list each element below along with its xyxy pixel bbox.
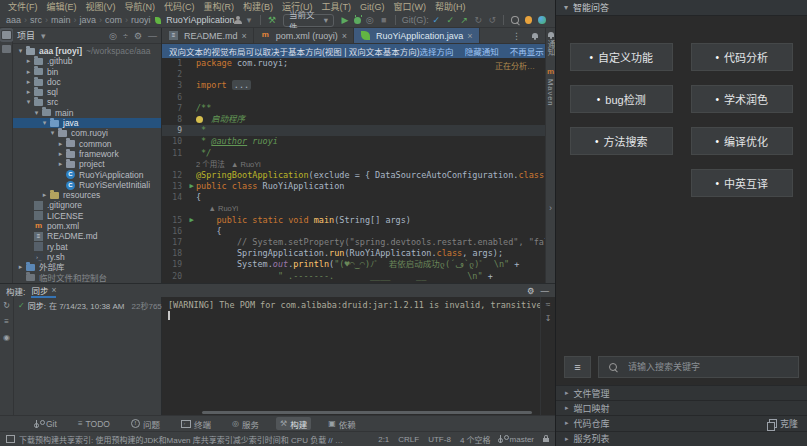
code-line[interactable]: 14{ [162, 192, 545, 203]
status-message[interactable]: 下载预构建共享索引: 使用预构建的JDK和Maven 库共享索引减少索引时间和 … [19, 434, 349, 445]
git-history-button[interactable]: ↻ [473, 15, 483, 25]
ai-search-input[interactable] [626, 361, 791, 373]
expand-panel-chevron[interactable]: › [549, 203, 552, 213]
tree-row[interactable]: ▾aaa [ruoyi]~/workspace/aaa [13, 46, 161, 56]
maven-toolwindow-tab[interactable]: Maven [546, 79, 555, 107]
user-dropdown-icon[interactable]: ▾ [244, 15, 254, 25]
breadcrumb-item[interactable]: com [105, 15, 122, 25]
breadcrumb-item[interactable]: src [30, 15, 42, 25]
ai-action-button[interactable]: •自定义功能 [570, 43, 673, 71]
menu-item[interactable]: 构建(B) [243, 0, 273, 13]
ai-search-box[interactable] [598, 356, 799, 378]
project-title[interactable]: 项目 [17, 29, 35, 42]
project-toolwindow-icon[interactable] [2, 31, 11, 39]
ai-action-button[interactable]: •编译优化 [691, 127, 794, 155]
tree-row[interactable]: .gitignore [13, 200, 161, 210]
code-line[interactable]: ▲ RuoYi [162, 203, 545, 214]
tree-row[interactable]: ▸framework [13, 149, 161, 159]
code-line[interactable]: 19 System.out.println("(♥◠‿◠)ﾉﾞ 若依启动成功ლ(… [162, 259, 545, 270]
tree-row[interactable]: README.md [13, 231, 161, 241]
menu-item[interactable]: 视图(V) [86, 0, 116, 13]
ai-action-button[interactable]: •方法搜索 [570, 127, 673, 155]
panel-settings-icon[interactable]: ⚙ [134, 31, 142, 41]
scroll-to-end-icon[interactable]: ↧ [545, 314, 552, 323]
code-line[interactable]: 18 SpringApplication.run(RuoYiApplicatio… [162, 248, 545, 259]
menu-item[interactable]: 编辑(E) [47, 0, 77, 13]
code-line[interactable]: 1package com.ruoyi; [162, 58, 545, 69]
tree-row[interactable]: ▸common [13, 139, 161, 149]
editor-tab[interactable]: README.md× [162, 28, 254, 43]
git-update-button[interactable]: ✓ [431, 15, 441, 25]
notifications-bell-icon[interactable] [548, 32, 554, 37]
chevron-down-icon[interactable]: ▾ [24, 97, 33, 107]
ai-action-button[interactable]: •代码分析 [691, 43, 794, 71]
menu-item[interactable]: 重构(R) [204, 0, 235, 13]
chevron-right-icon[interactable]: ▸ [56, 139, 65, 149]
build-hide-icon[interactable]: — [541, 286, 550, 296]
ai-section-row[interactable]: ▸端口映射 [556, 400, 807, 415]
tree-row[interactable]: ▸外部库 [13, 262, 161, 272]
editor-tab[interactable]: RuoYiApplication.java× [354, 28, 479, 43]
tree-row[interactable]: 临时文件和控制台 [13, 273, 161, 283]
chevron-right-icon[interactable]: ▸ [24, 56, 33, 66]
code-line[interactable]: 15▶ public static void main(String[] arg… [162, 215, 545, 226]
tree-row[interactable]: pom.xml [13, 221, 161, 231]
ai-section-row[interactable]: ▸代码仓库克隆 [556, 415, 807, 430]
ai-menu-button[interactable]: ≡ [564, 356, 591, 378]
tree-row[interactable]: ▸bin [13, 67, 161, 77]
tree-row[interactable]: ry.bat [13, 242, 161, 252]
ai-panel-header[interactable]: ▾ 智能问答 [556, 0, 807, 16]
menu-item[interactable]: 代码(C) [164, 0, 195, 13]
build-output[interactable]: [WARNING] The POM for com.alibaba:druid:… [162, 297, 540, 415]
code-line[interactable]: 20 " .-------. ____ __ \n" + [162, 271, 545, 282]
code-line[interactable]: 13▶public class RuoYiApplication [162, 181, 545, 192]
toolwindow-button-todo[interactable]: ≡TODO [74, 417, 114, 430]
profiler-icon[interactable] [525, 16, 533, 24]
chevron-right-icon[interactable]: ▸ [24, 87, 33, 97]
indent-setting[interactable]: 4 个空格 [460, 434, 491, 445]
chevron-right-icon[interactable]: ▸ [56, 149, 65, 159]
close-tab-icon[interactable]: × [342, 31, 347, 41]
ai-section-row[interactable]: ▸服务列表 [556, 431, 807, 446]
tree-row[interactable]: LICENSE [13, 211, 161, 221]
close-tab-icon[interactable]: × [51, 285, 56, 295]
project-caret-icon[interactable]: ▾ [41, 31, 46, 41]
ai-plugin-icon[interactable] [538, 16, 546, 24]
chevron-down-icon[interactable]: ▾ [48, 128, 57, 138]
code-line[interactable]: 8 启动程序 [162, 114, 545, 125]
notifications-bell-icon[interactable] [525, 28, 545, 43]
collapse-all-icon[interactable]: ÷ [123, 31, 128, 41]
menu-item[interactable]: 文件(F) [8, 0, 38, 13]
chevron-down-icon[interactable]: ▾ [32, 108, 41, 118]
code-line[interactable]: 12@SpringBootApplication(exclude = { Dat… [162, 170, 545, 181]
banner-link[interactable]: 不再显示 [510, 45, 544, 57]
ai-action-button[interactable]: •bug检测 [570, 85, 673, 113]
code-editor[interactable]: 正在分析… 1package com.ruoyi;23import ...67/… [162, 58, 545, 284]
git-branch-widget[interactable]: master [500, 435, 534, 444]
toolwindow-button-依赖[interactable]: ▣依赖 [324, 417, 360, 430]
breadcrumb-item[interactable]: main [51, 15, 71, 25]
tree-row[interactable]: ▸.github [13, 56, 161, 66]
ai-action-button[interactable]: •学术润色 [691, 85, 794, 113]
hide-panel-icon[interactable]: — [148, 31, 157, 41]
code-line[interactable]: 9 * [162, 125, 545, 136]
tree-row[interactable]: ry.sh [13, 252, 161, 262]
collapse-chevron-icon[interactable]: ▾ [564, 3, 568, 12]
tree-row[interactable]: ▸sql [13, 87, 161, 97]
debug-button[interactable] [354, 17, 361, 24]
tree-row[interactable]: RuoYiServletInitiali [13, 180, 161, 190]
breadcrumb-leaf[interactable]: RuoYiApplication [166, 15, 234, 25]
file-encoding[interactable]: UTF-8 [428, 435, 451, 444]
chevron-down-icon[interactable]: ▾ [16, 46, 25, 56]
menu-item[interactable]: 导航(N) [125, 0, 156, 13]
sync-status-row[interactable]: ✓ 同步: 在 7/14/23, 10:38 AM 22秒765毫秒 [14, 300, 161, 311]
code-line[interactable]: 3import ... [162, 80, 545, 91]
chevron-right-icon[interactable]: ▸ [24, 77, 33, 87]
breadcrumb-item[interactable]: java [80, 15, 97, 25]
run-gutter-icon[interactable]: ▶ [187, 181, 196, 192]
run-gutter-icon[interactable]: ▶ [187, 215, 196, 226]
banner-link[interactable]: 隐藏通知 [465, 45, 499, 57]
soft-wrap-icon[interactable]: ≈ [546, 300, 550, 309]
code-line[interactable]: 2 个用法 ▲ RuoYi [162, 159, 545, 170]
menu-item[interactable]: 工具(T) [322, 0, 352, 13]
